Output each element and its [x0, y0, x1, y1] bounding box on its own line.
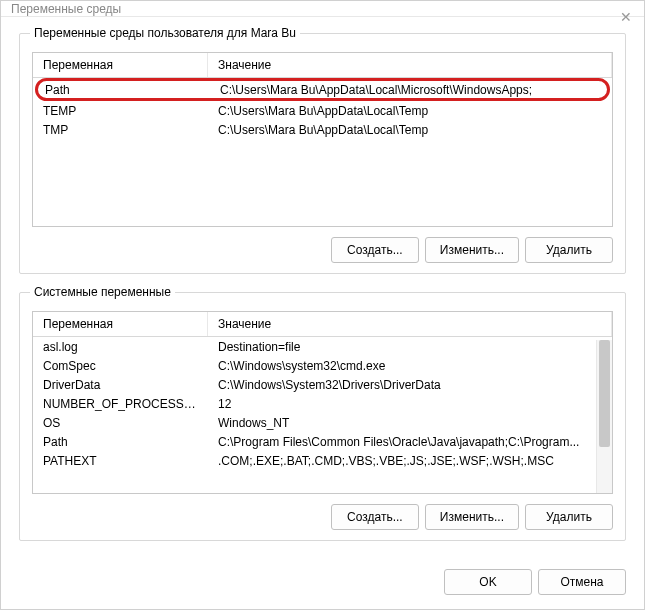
ok-button[interactable]: OK [444, 569, 532, 595]
table-row[interactable]: TMP C:\Users\Mara Bu\AppData\Local\Temp [33, 120, 612, 139]
close-icon[interactable]: ✕ [620, 9, 632, 25]
table-row[interactable]: OS Windows_NT [33, 413, 612, 432]
cell-variable: TMP [33, 120, 208, 139]
edit-button[interactable]: Изменить... [425, 504, 519, 530]
cancel-button[interactable]: Отмена [538, 569, 626, 595]
window-title: Переменные среды [11, 2, 121, 16]
scroll-thumb[interactable] [599, 340, 610, 447]
cell-variable: DriverData [33, 375, 208, 394]
cell-variable: Path [33, 432, 208, 451]
cell-value: .COM;.EXE;.BAT;.CMD;.VBS;.VBE;.JS;.JSE;.… [208, 451, 612, 470]
table-header: Переменная Значение [33, 312, 612, 337]
new-button[interactable]: Создать... [331, 237, 419, 263]
cell-value: C:\Users\Mara Bu\AppData\Local\Temp [208, 101, 612, 120]
user-group-label: Переменные среды пользователя для Mara B… [30, 26, 300, 40]
user-variables-table[interactable]: Переменная Значение Path C:\Users\Mara B… [32, 52, 613, 227]
user-button-row: Создать... Изменить... Удалить [32, 237, 613, 263]
cell-value: 12 [208, 394, 612, 413]
table-row[interactable]: Path C:\Users\Mara Bu\AppData\Local\Micr… [35, 78, 610, 101]
column-variable[interactable]: Переменная [33, 312, 208, 336]
scrollbar[interactable] [596, 340, 612, 493]
cell-value: C:\Windows\System32\Drivers\DriverData [208, 375, 612, 394]
table-row[interactable]: ComSpec C:\Windows\system32\cmd.exe [33, 356, 612, 375]
cell-variable: asl.log [33, 337, 208, 356]
table-row[interactable]: NUMBER_OF_PROCESSORS 12 [33, 394, 612, 413]
table-row[interactable]: PATHEXT .COM;.EXE;.BAT;.CMD;.VBS;.VBE;.J… [33, 451, 612, 470]
cell-value: C:\Users\Mara Bu\AppData\Local\Microsoft… [213, 81, 607, 98]
system-group-label: Системные переменные [30, 285, 175, 299]
cell-value: Windows_NT [208, 413, 612, 432]
system-variables-table[interactable]: Переменная Значение asl.log Destination=… [32, 311, 613, 494]
column-variable[interactable]: Переменная [33, 53, 208, 77]
delete-button[interactable]: Удалить [525, 504, 613, 530]
edit-button[interactable]: Изменить... [425, 237, 519, 263]
table-row[interactable]: TEMP C:\Users\Mara Bu\AppData\Local\Temp [33, 101, 612, 120]
table-row[interactable]: asl.log Destination=file [33, 337, 612, 356]
cell-value: Destination=file [208, 337, 612, 356]
table-header: Переменная Значение [33, 53, 612, 78]
env-variables-dialog: Переменные среды ✕ Переменные среды поль… [0, 0, 645, 610]
titlebar: Переменные среды ✕ [1, 1, 644, 17]
table-row[interactable]: DriverData C:\Windows\System32\Drivers\D… [33, 375, 612, 394]
system-variables-group: Системные переменные Переменная Значение… [19, 292, 626, 541]
dialog-button-row: OK Отмена [1, 569, 644, 609]
cell-variable: NUMBER_OF_PROCESSORS [33, 394, 208, 413]
system-button-row: Создать... Изменить... Удалить [32, 504, 613, 530]
delete-button[interactable]: Удалить [525, 237, 613, 263]
user-variables-group: Переменные среды пользователя для Mara B… [19, 33, 626, 274]
cell-value: C:\Users\Mara Bu\AppData\Local\Temp [208, 120, 612, 139]
column-value[interactable]: Значение [208, 312, 612, 336]
new-button[interactable]: Создать... [331, 504, 419, 530]
cell-value: C:\Windows\system32\cmd.exe [208, 356, 612, 375]
cell-variable: Path [38, 81, 213, 98]
cell-variable: PATHEXT [33, 451, 208, 470]
column-value[interactable]: Значение [208, 53, 612, 77]
cell-variable: OS [33, 413, 208, 432]
cell-variable: TEMP [33, 101, 208, 120]
cell-variable: ComSpec [33, 356, 208, 375]
table-row[interactable]: Path C:\Program Files\Common Files\Oracl… [33, 432, 612, 451]
dialog-content: Переменные среды пользователя для Mara B… [1, 17, 644, 569]
cell-value: C:\Program Files\Common Files\Oracle\Jav… [208, 432, 612, 451]
